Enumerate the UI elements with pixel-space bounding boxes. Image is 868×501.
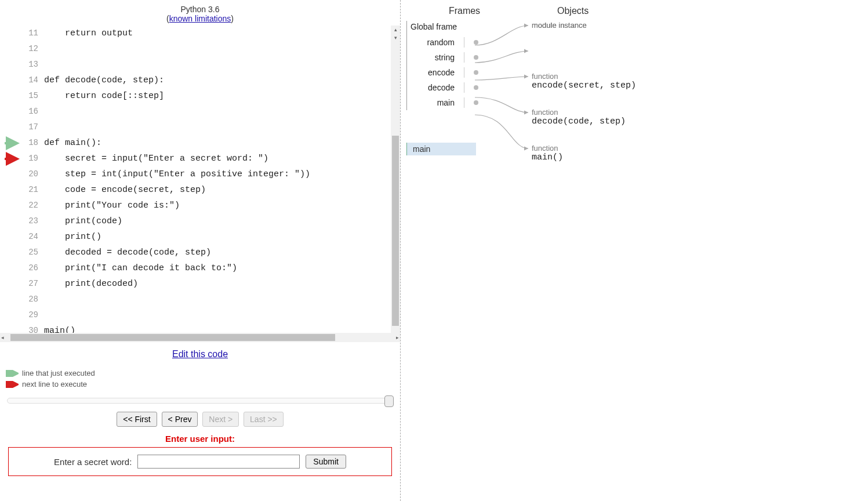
- python-version: Python 3.6: [181, 5, 220, 14]
- code-lines: 11 return output 12 13 14def decode(code…: [0, 26, 400, 333]
- code-line: 15 return code[::step]: [23, 88, 400, 104]
- code-line: 13: [23, 57, 400, 72]
- submit-button[interactable]: Submit: [306, 455, 346, 469]
- next-arrow-icon: [6, 381, 19, 388]
- pointer-dot-icon: [474, 70, 478, 75]
- visualization-panel: Frames Objects Global frame random strin: [400, 0, 868, 501]
- slider-thumb[interactable]: [384, 395, 394, 407]
- code-editor: 11 return output 12 13 14def decode(code…: [0, 26, 400, 333]
- code-line: 16: [23, 104, 400, 119]
- legend-executed-label: line that just executed: [22, 369, 95, 377]
- code-line: 17: [23, 119, 400, 135]
- frame-var-row: random: [407, 35, 482, 50]
- pointer-dot-icon: [474, 100, 478, 105]
- user-input-box: Enter a secret word: Submit: [8, 447, 392, 476]
- user-input-field[interactable]: [137, 455, 300, 469]
- code-line: 25 decoded = decode(code, step): [23, 245, 400, 260]
- code-panel: Python 3.6 (known limitations) 11 return…: [0, 0, 400, 501]
- executed-arrow-icon: [5, 139, 19, 148]
- frame-var-row: string: [407, 50, 482, 65]
- code-line: 21 code = encode(secret, step): [23, 182, 400, 198]
- code-line: 23 print(code): [23, 213, 400, 229]
- input-prompt-header: Enter user input:: [0, 430, 400, 447]
- next-arrow-icon: [5, 154, 19, 164]
- objects-header: Objects: [522, 6, 868, 16]
- code-scrollbar-horizontal[interactable]: ◂▸: [0, 333, 400, 342]
- frames-header: Frames: [406, 6, 522, 16]
- frame-title: main: [413, 144, 430, 154]
- heap-object: function encode(secret, step): [532, 72, 636, 90]
- heap-object: module instance: [532, 21, 587, 30]
- legend-next-label: next line to execute: [22, 380, 87, 389]
- known-limitations-link[interactable]: known limitations: [169, 14, 231, 23]
- next-button: Next >: [202, 412, 239, 427]
- code-line: 28: [23, 292, 400, 307]
- header-info: Python 3.6 (known limitations): [0, 0, 400, 26]
- code-line: 24 print(): [23, 229, 400, 245]
- global-frame: Global frame random string encode decode…: [406, 21, 482, 110]
- frame-var-row: main: [407, 95, 482, 110]
- last-button: Last >>: [244, 412, 284, 427]
- step-slider[interactable]: [7, 398, 393, 404]
- code-line: 22 print("Your code is:"): [23, 198, 400, 213]
- current-frame: main: [406, 143, 476, 155]
- code-line: 26 print("I can decode it back to:"): [23, 260, 400, 276]
- code-line: 30main(): [23, 323, 400, 333]
- edit-code-link[interactable]: Edit this code: [172, 349, 228, 359]
- code-scrollbar-vertical[interactable]: [391, 26, 400, 333]
- step-controls: << First < Prev Next > Last >>: [0, 406, 400, 430]
- first-button[interactable]: << First: [117, 412, 157, 427]
- code-line: 14def decode(code, step):: [23, 72, 400, 88]
- input-label: Enter a secret word:: [54, 457, 132, 467]
- legend: line that just executed next line to exe…: [0, 366, 400, 393]
- frame-title: Global frame: [407, 21, 482, 35]
- code-line: 20 step = int(input("Enter a positive in…: [23, 166, 400, 182]
- code-line: 11 return output: [23, 26, 400, 41]
- pointer-dot-icon: [474, 85, 478, 90]
- heap-object: function decode(code, step): [532, 108, 626, 126]
- frame-var-row: decode: [407, 80, 482, 95]
- frame-var-row: encode: [407, 65, 482, 80]
- pointer-dot-icon: [474, 40, 478, 45]
- heap-object: function main(): [532, 144, 563, 162]
- code-line: 29: [23, 307, 400, 323]
- code-line: 19 secret = input("Enter a secret word: …: [23, 151, 400, 166]
- code-line: 27 print(decoded): [23, 276, 400, 292]
- pointer-dot-icon: [474, 55, 478, 60]
- executed-arrow-icon: [6, 370, 19, 377]
- code-line: 12: [23, 41, 400, 57]
- prev-button[interactable]: < Prev: [162, 412, 198, 427]
- code-line: 18def main():: [23, 135, 400, 151]
